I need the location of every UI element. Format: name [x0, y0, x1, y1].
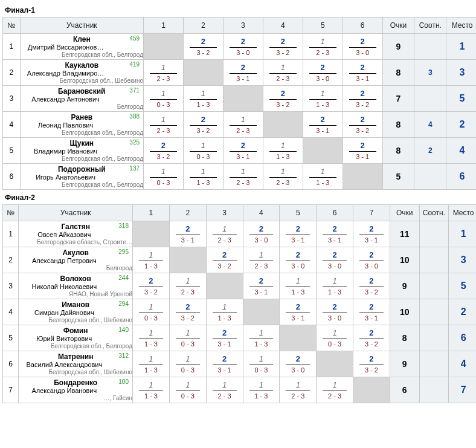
- match-cell: 11 - 3: [243, 325, 280, 351]
- match-cell: 11 - 3: [132, 377, 169, 403]
- match-sets: 1 - 3: [133, 261, 169, 272]
- participant-surname: Ранев: [21, 113, 143, 122]
- match-sets: 2 - 3: [224, 178, 263, 189]
- points-cell: 8: [382, 112, 414, 138]
- match-points: 2: [224, 35, 263, 47]
- match-points: 2: [353, 352, 390, 365]
- match-points: 1: [263, 61, 303, 73]
- match-sets: 3 - 0: [317, 313, 353, 324]
- diagonal-cell: [206, 273, 243, 299]
- match-points: 1: [144, 87, 183, 99]
- header-round: 2: [183, 18, 223, 34]
- match-sets: 3 - 0: [303, 74, 343, 85]
- table-row: 5140ФоминЮрий ВикторовичБелгородская обл…: [3, 325, 477, 351]
- match-points: 2: [303, 61, 343, 73]
- match-sets: 1 - 3: [243, 339, 280, 350]
- header-sootn: Соотн.: [419, 205, 449, 221]
- match-points: 1: [184, 87, 223, 99]
- diagonal-cell: [343, 164, 382, 190]
- match-cell: 12 - 3: [317, 377, 353, 403]
- match-cell: 12 - 3: [144, 60, 184, 86]
- participant-rating: 318: [118, 222, 129, 229]
- match-points: 1: [170, 352, 206, 365]
- match-cell: 23 - 1: [169, 221, 206, 247]
- match-sets: 0 - 3: [133, 313, 169, 324]
- match-sets: 3 - 0: [243, 235, 280, 246]
- match-points: 2: [224, 139, 263, 151]
- header-round: 1: [144, 18, 184, 34]
- match-sets: 3 - 2: [207, 261, 243, 272]
- match-sets: 3 - 1: [280, 235, 316, 246]
- participant-region: Белгородская обл., Белгород: [21, 181, 143, 189]
- match-points: 1: [303, 165, 343, 177]
- place-cell: 2: [446, 112, 476, 138]
- header-round: 2: [169, 205, 206, 221]
- match-sets: 2 - 3: [243, 261, 280, 272]
- match-sets: 3 - 1: [280, 313, 316, 324]
- sootn-cell: 4: [414, 112, 446, 138]
- match-points: 2: [243, 222, 280, 235]
- header-round: 5: [303, 18, 343, 34]
- match-sets: 3 - 2: [144, 152, 183, 163]
- match-points: 1: [170, 274, 206, 287]
- participant-name: Александр Иванович: [19, 387, 109, 395]
- match-sets: 3 - 1: [207, 365, 243, 376]
- match-sets: 1 - 3: [303, 178, 343, 189]
- match-sets: 2 - 3: [263, 74, 303, 85]
- row-number: 6: [3, 164, 21, 190]
- participant-surname: Каукалов: [21, 61, 143, 70]
- participant-surname: Бондаренко: [19, 378, 132, 387]
- header-num: №: [3, 205, 19, 221]
- table-row: 1459КленДмитрий Виссарионов…Белгородская…: [3, 34, 477, 60]
- match-sets: 3 - 1: [317, 235, 353, 246]
- participant-cell: 312МатренинВасилий АлександровичБелгород…: [19, 351, 133, 377]
- match-sets: 2 - 3: [317, 391, 353, 402]
- match-points: 2: [353, 326, 390, 339]
- match-cell: 11 - 3: [263, 138, 303, 164]
- header-points: Очки: [382, 18, 414, 34]
- participant-surname: Акулов: [19, 248, 132, 257]
- points-cell: 9: [390, 273, 419, 299]
- sootn-cell: [419, 221, 449, 247]
- match-cell: 23 - 1: [317, 221, 353, 247]
- match-points: 2: [280, 248, 316, 261]
- match-sets: 3 - 1: [353, 313, 390, 324]
- participant-name: Леонид Павлович: [21, 122, 111, 129]
- match-sets: 3 - 2: [353, 365, 390, 376]
- match-cell: 12 - 3: [206, 221, 243, 247]
- diagonal-cell: [303, 138, 343, 164]
- participant-surname: Волохов: [19, 274, 132, 283]
- match-points: 2: [207, 326, 243, 339]
- match-cell: 23 - 0: [303, 60, 343, 86]
- participant-name: Василий Александрович: [19, 361, 109, 369]
- points-cell: 11: [390, 221, 419, 247]
- match-points: 2: [207, 352, 243, 365]
- participant-region: …, Гайсин: [19, 395, 132, 402]
- place-cell: 3: [449, 247, 476, 273]
- diagonal-cell: [132, 221, 169, 247]
- match-cell: 23 - 0: [280, 247, 317, 273]
- match-cell: 23 - 2: [353, 351, 390, 377]
- match-points: 1: [243, 352, 280, 365]
- participant-name: Дмитрий Виссарионов…: [21, 44, 111, 51]
- match-sets: 3 - 0: [317, 261, 353, 272]
- match-cell: 12 - 3: [144, 112, 184, 138]
- participant-name: Юрий Викторович: [19, 335, 109, 343]
- match-cell: 23 - 2: [343, 112, 382, 138]
- match-cell: 23 - 2: [132, 273, 169, 299]
- participant-cell: 388РаневЛеонид ПавловичБелгородская обл.…: [20, 112, 143, 138]
- match-cell: 11 - 3: [303, 164, 343, 190]
- match-points: 2: [317, 300, 353, 313]
- place-cell: 4: [446, 138, 476, 164]
- match-points: 2: [170, 222, 206, 235]
- group-title: Финал-2: [2, 190, 476, 204]
- participant-region: Белгородская обл., Белгород: [21, 51, 143, 59]
- match-cell: 10 - 3: [243, 351, 280, 377]
- participant-cell: 244ВолоховНиколай НиколаевичЯНАО, Новый …: [19, 273, 133, 299]
- points-cell: 6: [390, 377, 419, 403]
- participant-name: Александр Петрович: [19, 257, 109, 265]
- match-sets: 3 - 0: [280, 365, 316, 376]
- place-cell: 2: [449, 299, 476, 325]
- match-cell: 12 - 3: [243, 247, 280, 273]
- match-cell: 23 - 1: [303, 112, 343, 138]
